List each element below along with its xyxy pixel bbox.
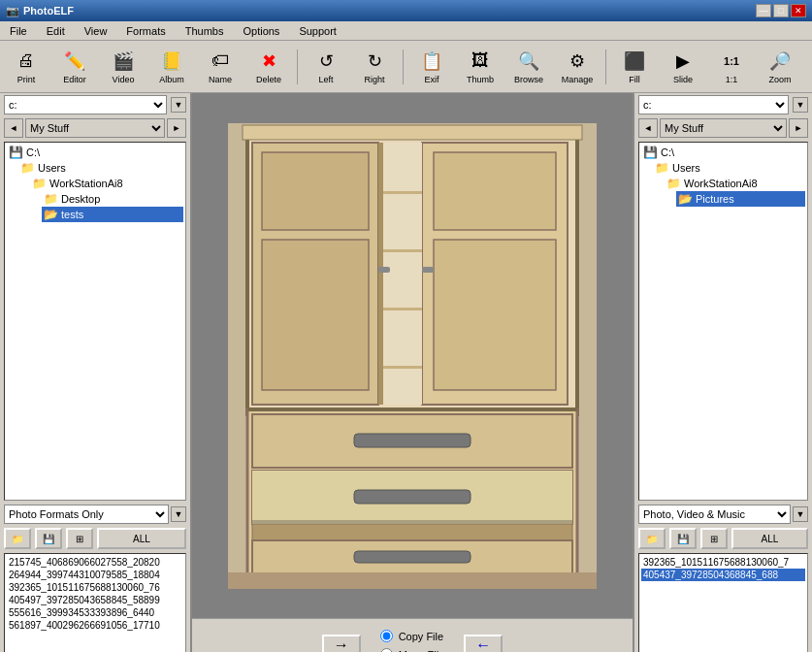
left-tree-item-c[interactable]: 💾 C:\ bbox=[7, 145, 183, 160]
slide-label: Slide bbox=[673, 75, 693, 84]
file-item-1[interactable]: 215745_406869066027558_20820 bbox=[7, 556, 183, 569]
right-tree-c-label: C:\ bbox=[661, 147, 674, 158]
left-drive-select[interactable]: c: bbox=[4, 95, 167, 114]
left-file-list[interactable]: 215745_406869066027558_20820 264944_3997… bbox=[4, 553, 186, 652]
rotate-right-label: Right bbox=[364, 75, 384, 84]
left-tree-item-tests[interactable]: 📂 tests bbox=[42, 207, 183, 222]
svg-rect-28 bbox=[228, 572, 597, 589]
rotate-left-button[interactable]: ↺ Left bbox=[304, 45, 348, 89]
right-preset-next[interactable]: ► bbox=[789, 118, 808, 138]
title-bar: 📷 PhotoELF — □ ✕ bbox=[0, 0, 812, 21]
right-all-button[interactable]: ALL bbox=[731, 528, 808, 549]
file-item-2[interactable]: 264944_399744310079585_18804 bbox=[7, 569, 183, 581]
svg-rect-8 bbox=[434, 152, 556, 230]
center-panel: → Copy File Move File ← bbox=[192, 93, 633, 652]
right-format-select[interactable]: Photo, Video & Music Photo Formats Only … bbox=[638, 505, 791, 524]
right-tree: 💾 C:\ 📁 Users 📁 WorkStationAi8 📂 Picture… bbox=[638, 142, 808, 501]
right-file-list[interactable]: 392365_101511675688130060_7 405437_39728… bbox=[638, 553, 808, 652]
right-arrow-button[interactable]: ← bbox=[464, 635, 503, 652]
left-format-row: Photo Formats Only All Files Video Files… bbox=[0, 503, 190, 526]
right-file-item-1[interactable]: 392365_101511675688130060_7 bbox=[641, 556, 805, 569]
minimize-button[interactable]: — bbox=[756, 4, 771, 17]
svg-rect-27 bbox=[354, 551, 471, 563]
menu-view[interactable]: View bbox=[79, 24, 114, 38]
menu-formats[interactable]: Formats bbox=[120, 24, 171, 38]
right-tree-item-pictures[interactable]: 📂 Pictures bbox=[676, 191, 805, 207]
zoom-button[interactable]: 🔎 Zoom bbox=[758, 45, 802, 89]
main-area: c: ▼ ◄ My Stuff ► 💾 C:\ 📁 Users 📁 Wor bbox=[0, 93, 812, 652]
slide-button[interactable]: ▶ Slide bbox=[661, 45, 705, 89]
fill-label: Fill bbox=[629, 75, 640, 84]
print-label: Print bbox=[17, 75, 36, 84]
copy-radio[interactable] bbox=[380, 630, 393, 642]
right-tree-item-users[interactable]: 📁 Users bbox=[653, 160, 805, 176]
left-preset-select[interactable]: My Stuff bbox=[25, 118, 165, 138]
left-tree-item-workstation[interactable]: 📁 WorkStationAi8 bbox=[30, 176, 183, 191]
menu-options[interactable]: Options bbox=[237, 24, 285, 38]
right-file-item-2[interactable]: 405437_39728504368845_688 bbox=[641, 569, 805, 581]
file-item-6[interactable]: 561897_400296266691056_17710 bbox=[7, 619, 183, 632]
right-tree-item-workstation[interactable]: 📁 WorkStationAi8 bbox=[665, 176, 805, 191]
thumb-button[interactable]: 🖼 Thumb bbox=[458, 45, 503, 89]
right-grid-button[interactable]: ⊞ bbox=[700, 528, 728, 549]
left-tree-item-desktop[interactable]: 📁 Desktop bbox=[42, 191, 183, 207]
left-all-button[interactable]: ALL bbox=[97, 528, 186, 549]
rotate-right-button[interactable]: ↻ Right bbox=[352, 45, 397, 89]
right-preset-select[interactable]: My Stuff bbox=[660, 118, 787, 138]
delete-button[interactable]: ✖ Delete bbox=[246, 45, 291, 89]
name-button[interactable]: 🏷 Name bbox=[198, 45, 243, 89]
file-item-3[interactable]: 392365_101511675688130060_76 bbox=[7, 581, 183, 594]
maximize-button[interactable]: □ bbox=[773, 4, 789, 17]
album-button[interactable]: 📒 Album bbox=[149, 45, 194, 89]
manage-button[interactable]: ⚙ Manage bbox=[555, 45, 600, 89]
file-item-4[interactable]: 405497_397285043658845_58899 bbox=[7, 594, 183, 606]
move-file-label: Move File bbox=[399, 649, 445, 653]
left-grid-button[interactable]: ⊞ bbox=[66, 528, 93, 549]
svg-rect-16 bbox=[422, 267, 434, 273]
move-radio[interactable] bbox=[380, 648, 393, 652]
menu-thumbs[interactable]: Thumbs bbox=[179, 24, 230, 38]
fill-button[interactable]: ⬛ Fill bbox=[612, 45, 657, 89]
right-preset-prev[interactable]: ◄ bbox=[638, 118, 658, 138]
close-button[interactable]: ✕ bbox=[791, 4, 806, 17]
right-drive-arrow[interactable]: ▼ bbox=[793, 97, 808, 113]
right-tree-item-c[interactable]: 💾 C:\ bbox=[641, 145, 805, 160]
right-format-arrow[interactable]: ▼ bbox=[793, 506, 808, 522]
menu-file[interactable]: File bbox=[4, 24, 33, 38]
editor-button[interactable]: ✏️ Editor bbox=[52, 45, 97, 89]
browse-button[interactable]: 🔍 Browse bbox=[506, 45, 551, 89]
toolbar-separator-2 bbox=[403, 49, 404, 84]
print-button[interactable]: 🖨 Print bbox=[4, 45, 49, 89]
left-preset-prev[interactable]: ◄ bbox=[4, 118, 23, 138]
left-arrow-button[interactable]: → bbox=[322, 635, 361, 652]
svg-rect-3 bbox=[243, 125, 582, 140]
thumb-label: Thumb bbox=[467, 75, 494, 84]
menu-support[interactable]: Support bbox=[293, 24, 342, 38]
image-area bbox=[192, 93, 633, 618]
left-preset-next[interactable]: ► bbox=[167, 118, 186, 138]
right-folder-open-icon: 📂 bbox=[678, 192, 693, 206]
left-format-select[interactable]: Photo Formats Only All Files Video Files bbox=[4, 505, 169, 524]
left-drive-arrow[interactable]: ▼ bbox=[171, 97, 186, 113]
folder-icon: 📁 bbox=[20, 161, 35, 175]
right-format-row: Photo, Video & Music Photo Formats Only … bbox=[634, 503, 812, 526]
one-to-one-button[interactable]: 1:1 1:1 bbox=[709, 45, 754, 89]
file-item-5[interactable]: 555616_399934533393896_6440 bbox=[7, 606, 183, 619]
svg-rect-12 bbox=[381, 249, 422, 252]
left-save-button[interactable]: 💾 bbox=[35, 528, 62, 549]
video-button[interactable]: 🎬 Video bbox=[101, 45, 146, 89]
svg-rect-24 bbox=[252, 520, 572, 524]
left-browse-folder-button[interactable]: 📁 bbox=[4, 528, 31, 549]
album-icon: 📒 bbox=[160, 49, 183, 73]
left-format-arrow[interactable]: ▼ bbox=[171, 506, 186, 522]
menu-edit[interactable]: Edit bbox=[41, 24, 71, 38]
right-browse-folder-button[interactable]: 📁 bbox=[638, 528, 666, 549]
right-drive-select[interactable]: c: bbox=[638, 95, 789, 114]
svg-rect-6 bbox=[262, 240, 369, 390]
left-tree-c-label: C:\ bbox=[26, 147, 40, 158]
exif-button[interactable]: 📋 Exif bbox=[409, 45, 454, 89]
svg-rect-10 bbox=[378, 143, 422, 405]
right-save-button[interactable]: 💾 bbox=[669, 528, 697, 549]
left-tree-item-users[interactable]: 📁 Users bbox=[18, 160, 183, 176]
left-tree: 💾 C:\ 📁 Users 📁 WorkStationAi8 📁 Desktop… bbox=[4, 142, 186, 501]
